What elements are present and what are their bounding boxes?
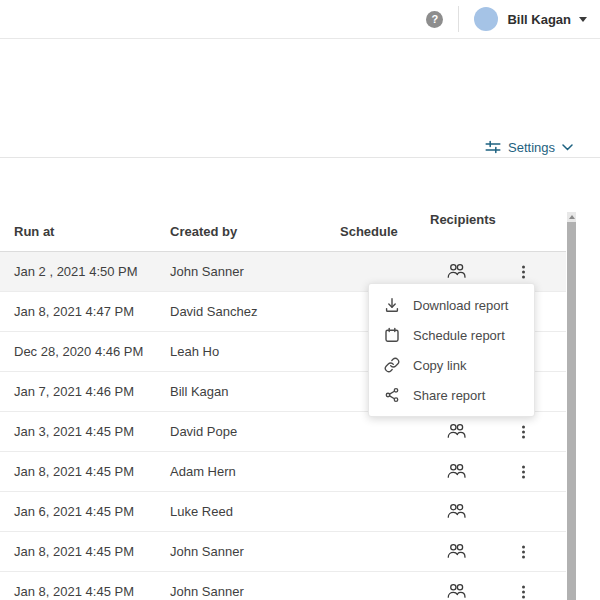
created-by-cell: John Sanner <box>170 264 340 279</box>
run-at-cell: Jan 8, 2021 4:45 PM <box>0 464 170 479</box>
avatar <box>474 7 498 31</box>
context-menu-item[interactable]: Share report <box>369 380 534 410</box>
run-at-cell: Jan 8, 2021 4:45 PM <box>0 544 170 559</box>
context-menu-item[interactable]: Download report <box>369 290 534 320</box>
row-overflow-menu-icon[interactable] <box>518 543 529 560</box>
settings-button[interactable]: Settings <box>485 136 573 158</box>
recipients-users-icon[interactable] <box>446 581 467 600</box>
run-at-cell: Jan 7, 2021 4:46 PM <box>0 384 170 399</box>
user-menu-button[interactable]: Bill Kagan <box>474 7 587 31</box>
recipients-cell <box>430 412 566 451</box>
row-overflow-menu-icon[interactable] <box>518 463 529 480</box>
user-name: Bill Kagan <box>507 12 571 27</box>
recipients-users-icon[interactable] <box>446 541 467 562</box>
table-row[interactable]: Jan 8, 2021 4:45 PM John Sanner <box>0 532 566 572</box>
created-by-cell: David Pope <box>170 424 340 439</box>
vertical-scrollbar <box>566 212 577 600</box>
row-context-menu: Download report Schedule report Copy lin… <box>368 283 535 417</box>
table-row[interactable]: Jan 8, 2021 4:45 PM Adam Hern <box>0 452 566 492</box>
run-at-cell: Jan 8, 2021 4:47 PM <box>0 304 170 319</box>
download-icon <box>383 297 400 314</box>
recipients-users-icon[interactable] <box>446 261 467 282</box>
context-menu-item[interactable]: Copy link <box>369 350 534 380</box>
run-at-cell: Jan 6, 2021 4:45 PM <box>0 504 170 519</box>
sliders-icon <box>485 139 501 155</box>
row-overflow-menu-icon[interactable] <box>518 263 529 280</box>
row-overflow-menu-icon[interactable] <box>518 423 529 440</box>
settings-label: Settings <box>508 140 555 155</box>
recipients-users-icon[interactable] <box>446 421 467 442</box>
context-menu-item[interactable]: Schedule report <box>369 320 534 350</box>
context-menu-item-label: Share report <box>413 388 485 403</box>
scrollbar-thumb[interactable] <box>567 222 576 600</box>
table-row[interactable]: Jan 3, 2021 4:45 PM David Pope <box>0 412 566 452</box>
calendar-icon <box>383 327 400 344</box>
created-by-cell: David Sanchez <box>170 304 340 319</box>
link-icon <box>383 357 400 374</box>
recipients-cell <box>430 532 566 571</box>
run-at-cell: Jan 8, 2021 4:45 PM <box>0 584 170 599</box>
column-header-created-by: Created by <box>170 224 340 239</box>
context-menu-item-label: Copy link <box>413 358 466 373</box>
chevron-down-icon <box>562 144 573 151</box>
share-icon <box>383 387 400 404</box>
question-mark-icon: ? <box>432 14 439 25</box>
chevron-down-icon <box>579 17 587 22</box>
created-by-cell: Luke Reed <box>170 504 340 519</box>
recipients-users-icon[interactable] <box>446 501 467 522</box>
table-row[interactable]: Jan 8, 2021 4:45 PM John Sanner <box>0 572 566 600</box>
run-at-cell: Jan 3, 2021 4:45 PM <box>0 424 170 439</box>
help-button[interactable]: ? <box>426 11 443 28</box>
created-by-cell: Leah Ho <box>170 344 340 359</box>
recipients-cell <box>430 572 566 600</box>
column-header-recipients: Recipients <box>430 212 566 251</box>
row-overflow-menu-icon[interactable] <box>518 583 529 600</box>
column-header-run-at: Run at <box>0 224 170 239</box>
section-divider <box>0 157 600 158</box>
context-menu-item-label: Download report <box>413 298 508 313</box>
created-by-cell: John Sanner <box>170 544 340 559</box>
created-by-cell: John Sanner <box>170 584 340 599</box>
context-menu-item-label: Schedule report <box>413 328 505 343</box>
recipients-cell <box>430 492 566 531</box>
table-header-row: Run at Created by Schedule Recipients <box>0 212 566 252</box>
topbar: ? Bill Kagan <box>0 0 600 39</box>
scroll-up-icon[interactable] <box>567 212 576 222</box>
topbar-divider <box>458 6 459 32</box>
recipients-cell <box>430 452 566 491</box>
column-header-schedule: Schedule <box>340 224 430 239</box>
run-at-cell: Jan 2 , 2021 4:50 PM <box>0 264 170 279</box>
created-by-cell: Adam Hern <box>170 464 340 479</box>
recipients-users-icon[interactable] <box>446 461 467 482</box>
run-at-cell: Dec 28, 2020 4:46 PM <box>0 344 170 359</box>
created-by-cell: Bill Kagan <box>170 384 340 399</box>
table-row[interactable]: Jan 6, 2021 4:45 PM Luke Reed <box>0 492 566 532</box>
